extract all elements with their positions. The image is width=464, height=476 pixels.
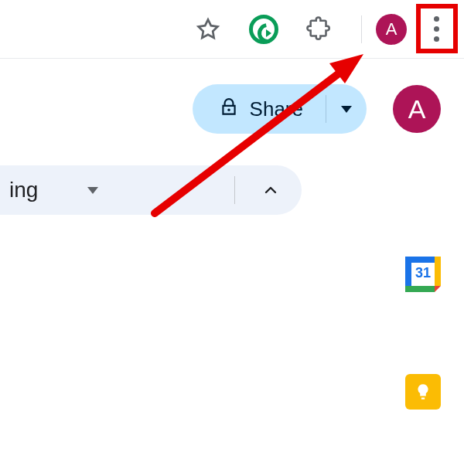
google-keep-icon[interactable]: [405, 374, 441, 410]
share-button[interactable]: Share: [193, 84, 326, 134]
avatar-letter: A: [386, 19, 397, 39]
browser-toolbar: A: [0, 0, 464, 59]
editing-mode-dropdown[interactable]: ing: [6, 165, 208, 215]
chrome-more-menu[interactable]: [415, 8, 458, 51]
google-account-avatar[interactable]: A: [393, 85, 441, 133]
share-button-group: Share: [193, 84, 367, 134]
side-panel: 31: [405, 257, 441, 410]
toolbar-pill: ing: [0, 165, 302, 215]
chrome-profile-avatar[interactable]: A: [376, 14, 407, 45]
google-calendar-icon[interactable]: 31: [405, 257, 441, 292]
svg-rect-4: [405, 286, 435, 292]
bookmark-star-icon[interactable]: [191, 12, 225, 46]
caret-down-icon: [341, 106, 352, 113]
grammarly-extension-icon[interactable]: [247, 12, 281, 46]
avatar-letter: A: [408, 94, 426, 124]
lock-icon: [219, 97, 239, 121]
extensions-icon[interactable]: [302, 12, 336, 46]
collapse-toolbar-button[interactable]: [261, 165, 280, 215]
svg-marker-5: [435, 286, 441, 292]
toolbar-separator: [234, 176, 235, 204]
editing-toolbar: ing: [0, 159, 464, 221]
app-header: Share A: [0, 59, 464, 159]
share-dropdown-button[interactable]: [326, 84, 367, 134]
share-button-label: Share: [250, 97, 303, 121]
calendar-date-label: 31: [405, 265, 441, 281]
svg-point-0: [227, 109, 230, 111]
toolbar-separator: [361, 15, 362, 43]
editing-mode-label: ing: [9, 178, 38, 202]
caret-down-icon: [87, 187, 98, 194]
